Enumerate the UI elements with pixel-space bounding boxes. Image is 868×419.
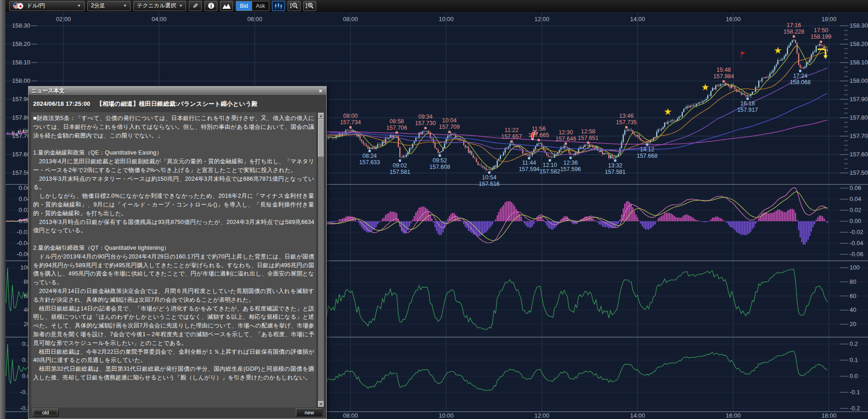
svg-text:157.608: 157.608 bbox=[430, 164, 450, 170]
svg-text:09:34: 09:34 bbox=[418, 114, 432, 120]
svg-text:158.00: 158.00 bbox=[850, 77, 868, 84]
svg-text:157.668: 157.668 bbox=[637, 153, 658, 159]
svg-text:04:00: 04:00 bbox=[152, 16, 167, 23]
svg-text:0.02: 0.02 bbox=[850, 207, 861, 213]
svg-text:157.516: 157.516 bbox=[479, 181, 499, 187]
svg-text:13:46: 13:46 bbox=[619, 113, 634, 119]
news-paragraph: 2024年6月14日の日銀金融政策決定会合では、月間６兆円程度としていた長期国債… bbox=[33, 287, 314, 304]
svg-text:12:10: 12:10 bbox=[543, 162, 557, 168]
svg-text:18:00: 18:00 bbox=[822, 16, 837, 23]
svg-text:158.068: 158.068 bbox=[790, 79, 811, 86]
news-paragraph: 植田日銀総裁は、今年2月22日の衆院予算委員会で、金利全般が１％上昇すれば日銀保… bbox=[33, 348, 314, 365]
zoom-out-button[interactable] bbox=[288, 1, 301, 11]
scroll-up-icon[interactable]: ▲ bbox=[318, 113, 324, 119]
news-paragraph: 2013年3月時点の日銀が保有する国債残高は93兆8750億円だったが、2024… bbox=[33, 218, 314, 235]
currency-pair-select[interactable]: ドル/円 ▼ bbox=[9, 1, 85, 11]
svg-text:157.734: 157.734 bbox=[340, 119, 361, 126]
svg-text:157.594: 157.594 bbox=[519, 166, 539, 172]
svg-text:11:56: 11:56 bbox=[532, 126, 545, 132]
news-headline: 2024/06/18 17:25:00 【相場の細道】植田日銀総裁:バランスシー… bbox=[28, 96, 326, 110]
svg-text:17:24: 17:24 bbox=[793, 73, 807, 79]
close-icon[interactable]: × bbox=[318, 88, 323, 94]
svg-text:10:00: 10:00 bbox=[439, 412, 454, 419]
svg-text:40: 40 bbox=[850, 306, 856, 313]
area-chart-button[interactable] bbox=[220, 1, 233, 11]
svg-text:157.709: 157.709 bbox=[439, 124, 460, 130]
news-popup-title: ニュース本文 bbox=[31, 87, 65, 95]
svg-text:157.582: 157.582 bbox=[539, 168, 560, 175]
svg-text:158.20: 158.20 bbox=[12, 40, 30, 47]
svg-text:158.00: 158.00 bbox=[12, 77, 30, 84]
scroll-down-icon[interactable]: ▼ bbox=[318, 401, 324, 407]
currency-flags-icon bbox=[13, 2, 24, 9]
svg-text:157.984: 157.984 bbox=[713, 73, 734, 80]
bid-button[interactable]: Bid bbox=[236, 1, 251, 11]
zoom-in-button[interactable] bbox=[303, 1, 316, 11]
svg-text:-0.2: -0.2 bbox=[850, 405, 860, 412]
news-paragraph: しかしながら、物価目標2.0%になかなか到達できなかったため、2016年2月に「… bbox=[33, 192, 314, 218]
svg-text:15:48: 15:48 bbox=[716, 67, 731, 73]
info-button[interactable] bbox=[204, 1, 217, 11]
mountain-icon bbox=[222, 3, 231, 9]
new-news-button[interactable]: new bbox=[296, 408, 323, 417]
svg-text:12:58: 12:58 bbox=[581, 128, 595, 135]
chevron-down-icon: ▼ bbox=[123, 4, 127, 8]
svg-text:13:32: 13:32 bbox=[608, 162, 622, 169]
svg-text:0.04: 0.04 bbox=[850, 195, 861, 202]
svg-text:16:00: 16:00 bbox=[726, 412, 741, 419]
svg-text:14:12: 14:12 bbox=[640, 146, 654, 153]
pencil-icon: ✎ bbox=[193, 2, 198, 10]
bid-ask-toggle: Bid Ask bbox=[236, 1, 269, 11]
svg-text:157.651: 157.651 bbox=[578, 135, 598, 141]
svg-text:157.70: 157.70 bbox=[850, 132, 868, 139]
svg-text:12:00: 12:00 bbox=[534, 412, 550, 419]
news-scrollbar[interactable]: ▲ ▼ bbox=[318, 112, 324, 408]
svg-text:157.917: 157.917 bbox=[737, 107, 758, 113]
svg-text:157.646: 157.646 bbox=[556, 136, 576, 142]
chart-toolbar: ドル/円 ▼ 2分足 ▼ テクニカル選択 ▼ ✎ Bid bbox=[6, 0, 868, 12]
svg-text:157.735: 157.735 bbox=[616, 119, 637, 126]
svg-text:08:58: 08:58 bbox=[390, 118, 404, 125]
svg-text:60: 60 bbox=[850, 293, 856, 299]
svg-text:11:22: 11:22 bbox=[505, 127, 518, 133]
news-popup-window[interactable]: ニュース本文 × 2024/06/18 17:25:00 【相場の細道】植田日銀… bbox=[28, 86, 327, 419]
zoom-in-icon bbox=[305, 2, 314, 9]
news-paragraph: 植田第32代日銀総裁は、黒田第31代日銀総裁が発行国債の半分、国内総生産(GDP… bbox=[33, 365, 314, 382]
news-paragraph bbox=[33, 235, 314, 244]
timeframe-label: 2分足 bbox=[91, 2, 105, 10]
svg-text:08:00: 08:00 bbox=[343, 412, 358, 419]
svg-text:158.199: 158.199 bbox=[811, 34, 831, 40]
old-news-button[interactable]: old bbox=[32, 408, 59, 417]
news-paragraph: ドル円が2013年4月の90円台から2024年4月29日の160.17円まで約7… bbox=[33, 253, 314, 287]
technical-select-button[interactable]: テクニカル選択 ▼ bbox=[133, 1, 186, 11]
svg-text:158.228: 158.228 bbox=[783, 29, 804, 35]
svg-text:17:16: 17:16 bbox=[787, 22, 801, 29]
svg-text:157.730: 157.730 bbox=[415, 120, 436, 126]
svg-text:06:00: 06:00 bbox=[247, 16, 262, 23]
svg-text:11:44: 11:44 bbox=[522, 160, 536, 166]
draw-tool-button[interactable]: ✎ bbox=[189, 1, 202, 11]
candlestick-view-button[interactable] bbox=[272, 1, 285, 11]
scrollbar-thumb[interactable] bbox=[318, 119, 324, 157]
svg-text:14:00: 14:00 bbox=[630, 412, 645, 419]
timeframe-select[interactable]: 2分足 ▼ bbox=[87, 1, 130, 11]
svg-text:02:00: 02:00 bbox=[56, 16, 71, 23]
news-paragraph: 2.量的金融引締政策（QT：Quantitative tightening） bbox=[33, 244, 314, 253]
technical-select-label: テクニカル選択 bbox=[137, 2, 176, 10]
svg-text:12:36: 12:36 bbox=[563, 160, 578, 166]
svg-text:08:00: 08:00 bbox=[343, 113, 357, 119]
svg-text:-0.02: -0.02 bbox=[850, 229, 863, 235]
svg-text:14:00: 14:00 bbox=[630, 16, 645, 23]
svg-text:0.2: 0.2 bbox=[850, 340, 858, 347]
svg-text:158.10: 158.10 bbox=[12, 59, 30, 66]
ask-button[interactable]: Ask bbox=[252, 1, 269, 11]
news-popup-titlebar[interactable]: ニュース本文 × bbox=[28, 86, 326, 96]
zoom-out-icon bbox=[289, 2, 299, 9]
svg-text:10:04: 10:04 bbox=[442, 117, 456, 124]
svg-text:18:00: 18:00 bbox=[822, 412, 837, 419]
news-button-bar: old new bbox=[31, 408, 323, 418]
svg-text:16:18: 16:18 bbox=[740, 100, 755, 107]
svg-text:09:02: 09:02 bbox=[393, 162, 407, 169]
svg-text:158.20: 158.20 bbox=[850, 40, 868, 47]
news-body-text[interactable]: ■財政法第5条：「すべて、公債の発行については、日本銀行にこれを引き受けさせ、又… bbox=[31, 112, 316, 408]
